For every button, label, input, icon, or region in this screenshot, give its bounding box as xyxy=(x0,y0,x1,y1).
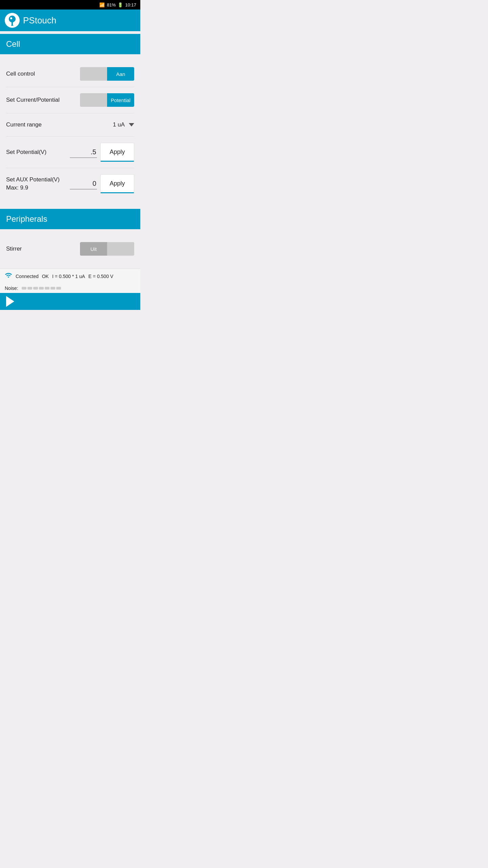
voltage-reading: E = 0.500 V xyxy=(88,274,114,279)
noise-bar-3 xyxy=(33,287,38,290)
dropdown-arrow-icon xyxy=(129,123,134,126)
stirrer-toggle[interactable]: Uit xyxy=(80,242,134,256)
current-reading: I = 0.500 * 1 uA xyxy=(52,274,85,279)
set-current-potential-toggle[interactable]: Potential xyxy=(80,93,134,107)
cell-control-on-btn[interactable]: Aan xyxy=(107,67,134,81)
set-aux-potential-apply-btn[interactable]: Apply xyxy=(100,174,134,193)
peripherals-section-header: Peripherals xyxy=(0,209,140,229)
stirrer-on-btn[interactable] xyxy=(107,242,134,256)
connected-wifi-icon xyxy=(5,272,12,281)
app-logo xyxy=(5,13,20,28)
noise-bar-6 xyxy=(50,287,55,290)
cell-control-row: Cell control Aan xyxy=(6,61,134,87)
app-header: PStouch xyxy=(0,9,140,31)
set-potential-apply-btn[interactable]: Apply xyxy=(100,143,134,162)
set-potential-label: Set Potential(V) xyxy=(6,149,70,156)
peripherals-section-title: Peripherals xyxy=(6,214,47,223)
noise-label: Noise: xyxy=(5,285,18,291)
noise-bar-7 xyxy=(56,287,61,290)
set-aux-potential-label: Set AUX Potential(V) Max: 9.9 xyxy=(6,176,70,192)
set-potential-input[interactable] xyxy=(70,147,97,158)
set-potential-row: Set Potential(V) Apply xyxy=(6,137,134,168)
play-bar[interactable] xyxy=(0,293,140,310)
current-range-label: Current range xyxy=(6,121,111,128)
current-range-row: Current range 1 uA xyxy=(6,113,134,136)
battery-percent: 81% xyxy=(107,2,116,7)
set-current-potential-label: Set Current/Potential xyxy=(6,97,80,103)
noise-bar-1 xyxy=(22,287,26,290)
noise-bar-5 xyxy=(45,287,49,290)
battery-icon: 🔋 xyxy=(118,2,123,7)
play-button[interactable] xyxy=(6,296,14,307)
cell-control-off-btn[interactable] xyxy=(80,67,107,81)
peripherals-content-area: Stirrer Uit xyxy=(0,229,140,269)
current-range-dropdown[interactable]: 1 uA xyxy=(111,119,134,130)
cell-control-toggle[interactable]: Aan xyxy=(80,67,134,81)
cell-control-label: Cell control xyxy=(6,71,80,77)
stirrer-label: Stirrer xyxy=(6,245,80,252)
status-bar: 📶 81% 🔋 10:17 xyxy=(0,0,140,9)
connected-status: Connected xyxy=(16,274,39,279)
set-aux-potential-controls: Apply xyxy=(70,174,134,193)
play-triangle-icon xyxy=(6,296,14,307)
noise-bars xyxy=(22,287,61,290)
stirrer-off-btn[interactable]: Uit xyxy=(80,242,107,256)
time-display: 10:17 xyxy=(125,2,136,7)
noise-bar-4 xyxy=(39,287,44,290)
stirrer-row: Stirrer Uit xyxy=(6,236,134,262)
svg-point-1 xyxy=(10,17,12,19)
app-title: PStouch xyxy=(23,15,56,26)
wifi-icon: 📶 xyxy=(99,2,105,7)
set-aux-potential-input[interactable] xyxy=(70,178,97,190)
set-potential-controls: Apply xyxy=(70,143,134,162)
set-aux-potential-row: Set AUX Potential(V) Max: 9.9 Apply xyxy=(6,168,134,199)
cell-content-area: Cell control Aan Set Current/Potential P… xyxy=(0,54,140,206)
set-current-potential-off-btn[interactable] xyxy=(80,93,107,107)
cell-section-title: Cell xyxy=(6,39,20,48)
current-range-value: 1 uA xyxy=(111,119,126,130)
cell-section-header: Cell xyxy=(0,34,140,54)
set-current-potential-row: Set Current/Potential Potential xyxy=(6,87,134,113)
noise-bar-2 xyxy=(27,287,32,290)
status-bottom-bar: Connected OK I = 0.500 * 1 uA E = 0.500 … xyxy=(0,269,140,283)
set-current-potential-on-btn[interactable]: Potential xyxy=(107,93,134,107)
noise-row: Noise: xyxy=(0,283,140,293)
ok-status: OK xyxy=(42,274,49,279)
